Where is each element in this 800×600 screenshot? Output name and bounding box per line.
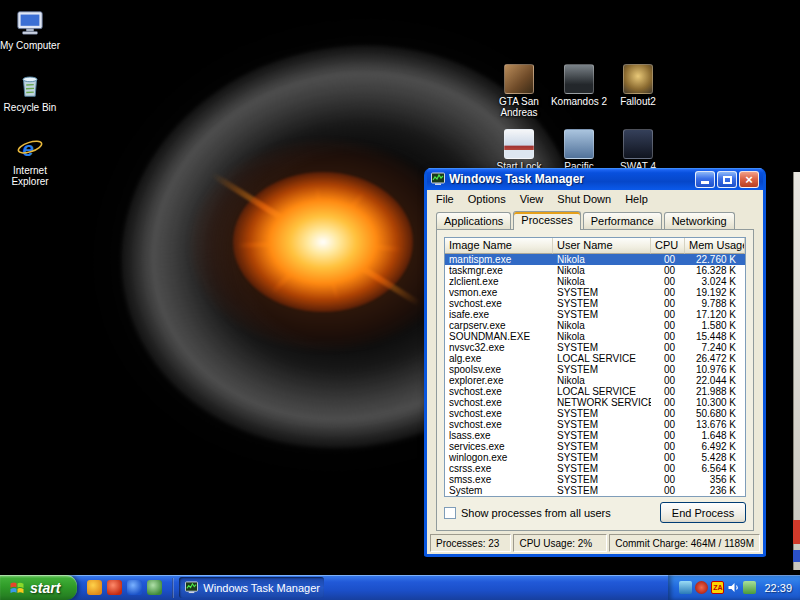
process-image-name: carpserv.exe xyxy=(445,320,553,331)
process-cpu: 00 xyxy=(651,452,685,463)
process-row[interactable]: explorer.exe Nikola 00 22.044 K xyxy=(445,375,745,386)
tray-network-icon[interactable] xyxy=(679,581,692,594)
offscreen-window-red-segment xyxy=(793,520,800,544)
internet-explorer-icon: e xyxy=(15,133,45,163)
maximize-button[interactable] xyxy=(717,171,737,188)
process-row[interactable]: lsass.exe SYSTEM 00 1.648 K xyxy=(445,430,745,441)
process-image-name: svchost.exe xyxy=(445,408,553,419)
desktop-icon-fallout2[interactable]: Fallout2 xyxy=(608,64,668,107)
process-cpu: 00 xyxy=(651,287,685,298)
process-user-name: Nikola xyxy=(553,265,651,276)
system-tray: ZA 22:39 xyxy=(668,575,800,600)
title-bar[interactable]: Windows Task Manager × xyxy=(427,168,763,190)
column-header-image-name[interactable]: Image Name xyxy=(445,238,553,254)
process-user-name: SYSTEM xyxy=(553,364,651,375)
desktop-icon-label: My Computer xyxy=(0,40,60,51)
quick-launch-icon-4[interactable] xyxy=(147,580,162,595)
tray-antivirus-icon[interactable] xyxy=(695,581,708,594)
process-row[interactable]: svchost.exe SYSTEM 00 13.676 K xyxy=(445,419,745,430)
process-row[interactable]: nvsvc32.exe SYSTEM 00 7.240 K xyxy=(445,342,745,353)
recycle-bin-icon xyxy=(15,70,45,100)
menu-item[interactable]: Options xyxy=(461,192,513,206)
desktop[interactable]: My Computer Recycle Bin e Internet Explo… xyxy=(0,0,800,600)
process-row[interactable]: vsmon.exe SYSTEM 00 19.192 K xyxy=(445,287,745,298)
close-button[interactable]: × xyxy=(739,171,759,188)
process-row[interactable]: services.exe SYSTEM 00 6.492 K xyxy=(445,441,745,452)
column-header-cpu[interactable]: CPU xyxy=(651,238,685,254)
menu-bar: FileOptionsViewShut DownHelp xyxy=(427,190,763,207)
process-user-name: Nikola xyxy=(553,331,651,342)
menu-item[interactable]: View xyxy=(513,192,551,206)
task-manager-icon xyxy=(431,172,445,186)
taskbar: start Windows Task Manager ZA xyxy=(0,575,800,600)
column-header-user-name[interactable]: User Name xyxy=(553,238,651,254)
process-row[interactable]: SOUNDMAN.EXE Nikola 00 15.448 K xyxy=(445,331,745,342)
process-mem-usage: 17.120 K xyxy=(685,309,745,320)
start-lock-on-icon xyxy=(504,129,534,159)
process-row[interactable]: mantispm.exe Nikola 00 22.760 K xyxy=(445,254,745,265)
offscreen-window-sliver[interactable] xyxy=(793,172,800,570)
tray-zonealarm-icon[interactable]: ZA xyxy=(711,581,724,594)
process-cpu: 00 xyxy=(651,254,685,265)
process-row[interactable]: isafe.exe SYSTEM 00 17.120 K xyxy=(445,309,745,320)
column-header-mem-usage[interactable]: Mem Usage xyxy=(685,238,745,254)
process-mem-usage: 26.472 K xyxy=(685,353,745,364)
tray-scheduler-icon[interactable] xyxy=(743,581,756,594)
taskbar-clock[interactable]: 22:39 xyxy=(764,582,792,594)
window-title: Windows Task Manager xyxy=(449,172,695,186)
taskbar-button-task-manager[interactable]: Windows Task Manager xyxy=(179,577,324,598)
menu-item[interactable]: Help xyxy=(618,192,655,206)
process-row[interactable]: svchost.exe SYSTEM 00 50.680 K xyxy=(445,408,745,419)
gta-san-andreas-icon xyxy=(504,64,534,94)
desktop-icon-recycle-bin[interactable]: Recycle Bin xyxy=(0,70,60,113)
tab[interactable]: Applications xyxy=(436,212,511,229)
process-mem-usage: 19.192 K xyxy=(685,287,745,298)
process-row[interactable]: svchost.exe NETWORK SERVICE 00 10.300 K xyxy=(445,397,745,408)
process-row[interactable]: carpserv.exe Nikola 00 1.580 K xyxy=(445,320,745,331)
process-cpu: 00 xyxy=(651,298,685,309)
start-button[interactable]: start xyxy=(0,575,77,600)
fallout2-icon xyxy=(623,64,653,94)
process-user-name: SYSTEM xyxy=(553,298,651,309)
process-user-name: SYSTEM xyxy=(553,474,651,485)
process-image-name: nvsvc32.exe xyxy=(445,342,553,353)
desktop-icon-label: Internet Explorer xyxy=(0,165,60,187)
process-row[interactable]: smss.exe SYSTEM 00 356 K xyxy=(445,474,745,485)
show-all-users-checkbox[interactable] xyxy=(444,507,456,519)
process-row[interactable]: alg.exe LOCAL SERVICE 00 26.472 K xyxy=(445,353,745,364)
desktop-icon-label: Fallout2 xyxy=(608,96,668,107)
desktop-icon-gta-san-andreas[interactable]: GTA San Andreas xyxy=(489,64,549,118)
process-row[interactable]: System SYSTEM 00 236 K xyxy=(445,485,745,496)
offscreen-window-blue-segment xyxy=(793,550,800,562)
desktop-icon-internet-explorer[interactable]: e Internet Explorer xyxy=(0,133,60,187)
tab[interactable]: Processes xyxy=(513,211,580,230)
quick-launch-icon-3[interactable] xyxy=(127,580,142,595)
desktop-icon-my-computer[interactable]: My Computer xyxy=(0,8,60,51)
tab[interactable]: Networking xyxy=(664,212,735,229)
menu-item[interactable]: Shut Down xyxy=(550,192,618,206)
process-row[interactable]: svchost.exe SYSTEM 00 9.788 K xyxy=(445,298,745,309)
process-row[interactable]: csrss.exe SYSTEM 00 6.564 K xyxy=(445,463,745,474)
quick-launch-icon-2[interactable] xyxy=(107,580,122,595)
process-row[interactable]: svchost.exe LOCAL SERVICE 00 21.988 K xyxy=(445,386,745,397)
svg-text:e: e xyxy=(23,137,34,160)
process-user-name: Nikola xyxy=(553,320,651,331)
desktop-icon-swat-4[interactable]: SWAT 4 xyxy=(608,129,668,172)
process-row[interactable]: spoolsv.exe SYSTEM 00 10.976 K xyxy=(445,364,745,375)
process-user-name: Nikola xyxy=(553,375,651,386)
wallpaper-ray xyxy=(210,172,323,246)
process-row[interactable]: taskmgr.exe Nikola 00 16.328 K xyxy=(445,265,745,276)
process-image-name: svchost.exe xyxy=(445,298,553,309)
tab[interactable]: Performance xyxy=(583,212,662,229)
minimize-button[interactable] xyxy=(695,171,715,188)
tray-volume-icon[interactable] xyxy=(727,581,740,594)
process-row[interactable]: zlclient.exe Nikola 00 3.024 K xyxy=(445,276,745,287)
end-process-button[interactable]: End Process xyxy=(660,502,746,523)
process-mem-usage: 6.492 K xyxy=(685,441,745,452)
quick-launch-icon-1[interactable] xyxy=(87,580,102,595)
taskbar-divider xyxy=(172,578,174,598)
process-row[interactable]: winlogon.exe SYSTEM 00 5.428 K xyxy=(445,452,745,463)
menu-item[interactable]: File xyxy=(429,192,461,206)
desktop-icon-komandos-2[interactable]: Komandos 2 xyxy=(549,64,609,107)
process-image-name: SOUNDMAN.EXE xyxy=(445,331,553,342)
